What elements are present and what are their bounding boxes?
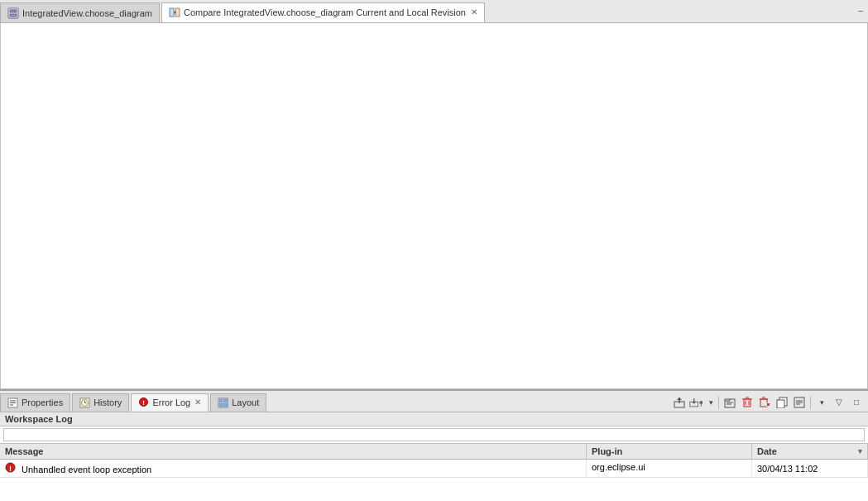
tab-compare[interactable]: Compare IntegratedView.choose_diagram Cu…	[161, 2, 485, 22]
sort-arrow-date: ▾	[858, 447, 862, 455]
diagram-icon	[7, 7, 19, 19]
svg-rect-2	[14, 10, 17, 12]
cell-date: 30/04/13 11:02	[752, 460, 868, 477]
tab-history[interactable]: History	[72, 393, 129, 412]
col-header-message: Message	[0, 444, 587, 459]
svg-rect-3	[10, 14, 17, 17]
svg-rect-1	[10, 10, 13, 12]
tab-compare-label: Compare IntegratedView.choose_diagram Cu…	[184, 7, 466, 17]
tab-error-log-label: Error Log	[152, 397, 190, 407]
error-log-icon: !	[138, 397, 149, 407]
svg-marker-28	[700, 401, 703, 403]
svg-rect-21	[219, 403, 228, 407]
tab-properties[interactable]: Properties	[0, 393, 70, 412]
history-icon	[79, 397, 90, 408]
cell-plugin: org.eclipse.ui	[587, 460, 752, 477]
tab-integrated-view-label: IntegratedView.choose_diagram	[22, 8, 152, 18]
cell-message: ! Unhandled event loop exception	[0, 460, 587, 477]
svg-marker-27	[692, 402, 696, 403]
bottom-toolbar: ▾	[671, 394, 868, 411]
btn-delete-log[interactable]	[756, 394, 773, 411]
separator-1	[718, 396, 719, 409]
svg-rect-19	[219, 399, 223, 402]
svg-rect-33	[744, 399, 751, 407]
btn-panel-maximize[interactable]: □	[848, 394, 865, 411]
btn-export[interactable]	[671, 394, 688, 411]
svg-rect-4	[170, 8, 174, 17]
tab-properties-label: Properties	[22, 397, 63, 407]
svg-rect-45	[777, 400, 784, 408]
tab-error-log[interactable]: ! Error Log ✕	[131, 393, 209, 412]
tab-error-log-close[interactable]: ✕	[194, 397, 201, 407]
svg-text:!: !	[143, 399, 146, 407]
search-input[interactable]	[3, 428, 865, 441]
col-header-plugin: Plug-in	[587, 444, 752, 459]
btn-panel-minimize[interactable]: ▽	[831, 394, 847, 411]
col-header-date: Date ▾	[752, 444, 868, 459]
top-tab-bar: IntegratedView.choose_diagram Compare In…	[0, 0, 868, 23]
svg-text:!: !	[9, 465, 12, 473]
error-row-icon: !	[5, 462, 16, 473]
btn-view-menu-dropdown[interactable]: ▾	[813, 394, 830, 411]
panel-title: Workspace Log	[0, 412, 868, 426]
btn-import-dropdown[interactable]: ▾	[706, 394, 716, 411]
btn-event-detail[interactable]	[791, 394, 808, 411]
svg-rect-38	[760, 399, 767, 407]
bottom-panel: Properties History ! Error	[0, 389, 868, 501]
tab-integrated-view[interactable]: IntegratedView.choose_diagram	[0, 2, 160, 22]
btn-open-log[interactable]	[722, 394, 738, 411]
bottom-tab-bar: Properties History ! Error	[0, 391, 868, 412]
compare-icon	[169, 7, 180, 18]
btn-copy-event[interactable]	[774, 394, 790, 411]
btn-import[interactable]	[688, 394, 705, 411]
btn-delete-entry[interactable]	[739, 394, 755, 411]
layout-icon	[218, 397, 228, 408]
main-content-area	[0, 23, 868, 389]
minimize-button[interactable]: –	[858, 5, 863, 15]
bottom-panel-content: Workspace Log Message Plug-in Date ▾ !	[0, 412, 868, 501]
tab-layout-label: Layout	[232, 397, 259, 407]
search-bar	[0, 426, 868, 444]
tab-history-label: History	[94, 397, 122, 407]
tab-layout[interactable]: Layout	[210, 393, 266, 412]
separator-2	[810, 396, 811, 409]
svg-marker-24	[677, 397, 682, 400]
tab-compare-close[interactable]: ✕	[471, 8, 477, 17]
table-row[interactable]: ! Unhandled event loop exception org.ecl…	[0, 460, 868, 478]
svg-rect-20	[223, 399, 228, 402]
table-header: Message Plug-in Date ▾	[0, 444, 868, 460]
properties-icon	[7, 397, 18, 408]
